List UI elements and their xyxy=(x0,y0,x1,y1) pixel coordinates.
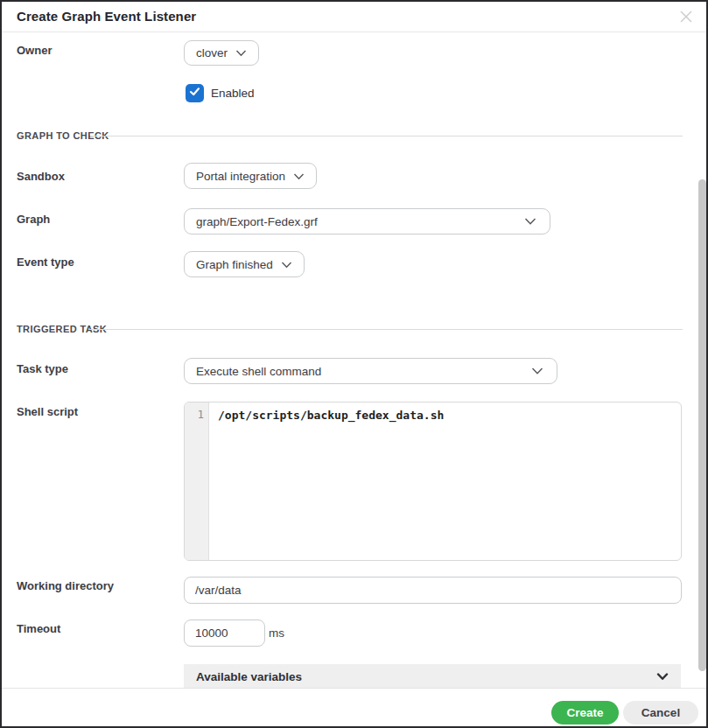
sandbox-select[interactable]: Portal integration xyxy=(184,163,317,189)
shell-script-editor[interactable]: 1 /opt/scripts/backup_fedex_data.sh xyxy=(184,402,682,561)
vertical-scrollbar[interactable] xyxy=(698,179,706,671)
chevron-down-icon xyxy=(656,668,669,684)
available-variables-toggle[interactable]: Available variables xyxy=(184,664,681,689)
enabled-checkbox[interactable] xyxy=(186,84,204,102)
line-number-gutter: 1 xyxy=(185,402,209,560)
chevron-down-icon xyxy=(235,46,247,60)
event-type-label: Event type xyxy=(17,256,74,269)
owner-select-value: clover xyxy=(196,46,228,60)
dialog-header: Create Graph Event Listener xyxy=(2,2,706,32)
cancel-button[interactable]: Cancel xyxy=(623,701,698,724)
shell-script-label: Shell script xyxy=(17,405,78,418)
working-directory-input[interactable] xyxy=(184,577,682,604)
section-divider xyxy=(90,136,683,136)
graph-select[interactable]: graph/Export-Fedex.grf xyxy=(184,208,550,234)
checkmark-icon xyxy=(188,85,201,102)
dialog-title: Create Graph Event Listener xyxy=(17,2,196,32)
chevron-down-icon xyxy=(281,258,292,271)
dialog-footer: Create Cancel xyxy=(2,688,706,726)
timeout-label: Timeout xyxy=(17,622,60,635)
close-icon[interactable] xyxy=(677,8,695,25)
available-variables-label: Available variables xyxy=(196,670,302,683)
chevron-down-icon xyxy=(524,215,536,228)
event-type-select[interactable]: Graph finished xyxy=(184,251,305,277)
sandbox-label: Sandbox xyxy=(17,170,65,183)
task-type-select-value: Execute shell command xyxy=(196,365,321,378)
enabled-label: Enabled xyxy=(211,87,255,100)
chevron-down-icon xyxy=(293,170,305,183)
create-graph-event-listener-dialog: Create Graph Event Listener Owner clover… xyxy=(0,0,708,728)
task-type-label: Task type xyxy=(17,362,68,375)
graph-label: Graph xyxy=(17,213,50,226)
line-number: 1 xyxy=(185,408,204,421)
sandbox-select-value: Portal integration xyxy=(196,170,285,183)
timeout-input[interactable] xyxy=(184,620,265,647)
working-directory-label: Working directory xyxy=(17,579,114,592)
shell-script-code[interactable]: /opt/scripts/backup_fedex_data.sh xyxy=(209,402,681,560)
graph-select-value: graph/Export-Fedex.grf xyxy=(196,215,318,228)
event-type-select-value: Graph finished xyxy=(196,258,273,271)
task-type-select[interactable]: Execute shell command xyxy=(184,358,557,384)
owner-select[interactable]: clover xyxy=(184,40,259,66)
owner-label: Owner xyxy=(17,44,52,57)
chevron-down-icon xyxy=(531,365,543,378)
section-divider xyxy=(88,329,683,330)
timeout-unit-label: ms xyxy=(269,626,284,640)
create-button[interactable]: Create xyxy=(551,701,619,724)
